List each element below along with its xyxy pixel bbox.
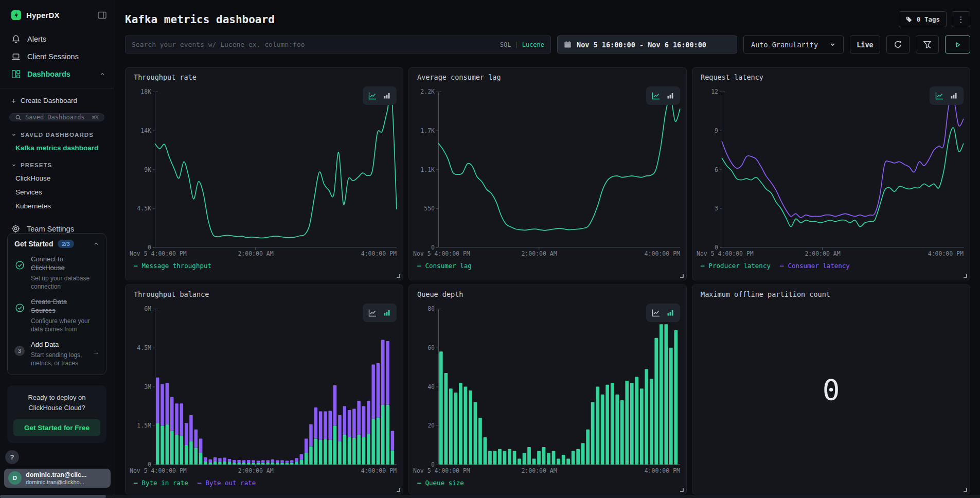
live-button[interactable]: Live	[850, 35, 880, 54]
section-label: PRESETS	[21, 162, 52, 168]
legend-item[interactable]: —Byte out rate	[198, 479, 256, 487]
run-query-button[interactable]	[945, 35, 970, 54]
y-tick-label: 2.2K	[411, 88, 435, 95]
line-chart-toggle-icon[interactable]	[368, 309, 377, 317]
get-started-step-add-data[interactable]: 3 Add Data Start sending logs, metrics, …	[14, 341, 99, 367]
page-title: Kafka metrics dashboard	[125, 13, 275, 26]
chart-card-throughput-rate: Throughput rate 18K14K9K4.5K0 Nov 5 4:00…	[125, 67, 403, 280]
help-button[interactable]: ?	[5, 450, 19, 464]
shortcut-badge: ⌘K	[92, 114, 99, 121]
sidebar-item-team-settings[interactable]: Team Settings	[0, 224, 114, 233]
resize-handle[interactable]	[964, 488, 967, 492]
bar-chart-toggle-icon[interactable]	[666, 92, 674, 100]
x-tick-label: Nov 5 4:00:00 PM	[697, 250, 754, 257]
sidebar-item-client-sessions[interactable]: Client Sessions	[0, 48, 114, 65]
chart-type-toggle	[363, 304, 397, 322]
x-tick-label: 4:00:00 PM	[361, 467, 397, 474]
x-tick-label: Nov 5 4:00:00 PM	[413, 250, 470, 257]
y-tick-label: 12	[694, 88, 718, 95]
chart-plot	[438, 92, 680, 247]
date-range-picker[interactable]: Nov 5 16:00:00 - Nov 6 16:00:00	[557, 35, 737, 54]
bar-series	[439, 324, 678, 465]
sidebar-item-alerts[interactable]: Alerts	[0, 30, 114, 48]
saved-dashboards-search[interactable]: ⌘K	[9, 113, 104, 121]
axis	[722, 92, 964, 247]
bar-series	[156, 340, 394, 465]
resize-handle[interactable]	[964, 274, 967, 278]
saved-dashboards-input[interactable]	[25, 114, 88, 121]
chart-plot	[722, 92, 964, 247]
presets-section[interactable]: PRESETS	[0, 152, 114, 168]
horizontal-scrollbar[interactable]	[0, 495, 980, 498]
saved-dashboards-section[interactable]: SAVED DASHBOARDS	[0, 121, 114, 138]
sidebar-item-label: Dashboards	[27, 70, 70, 78]
resize-handle[interactable]	[397, 488, 400, 492]
y-tick-label: 6	[694, 166, 718, 173]
chart-type-toggle	[646, 304, 680, 322]
app-root: HyperDX Alerts Client Sessions Dashboard…	[0, 0, 980, 498]
x-tick-label: Nov 5 4:00:00 PM	[413, 467, 470, 474]
sidebar-item-clickhouse[interactable]: ClickHouse	[0, 168, 114, 182]
event-search-input[interactable]	[132, 41, 495, 48]
sidebar-item-services[interactable]: Services	[0, 182, 114, 196]
more-options-button[interactable]: ⋮	[952, 11, 970, 27]
axis	[439, 92, 681, 247]
line-chart-toggle-icon[interactable]	[935, 92, 943, 100]
x-tick-label: 4:00:00 PM	[928, 250, 964, 257]
legend-item[interactable]: —Consumer lag	[417, 262, 472, 270]
calendar-icon	[564, 41, 572, 48]
bell-icon	[11, 34, 21, 44]
get-started-free-button[interactable]: Get Started for Free	[13, 419, 100, 436]
resize-handle[interactable]	[397, 274, 400, 278]
get-started-step-sources[interactable]: Create Data Sources Configure where your…	[14, 298, 99, 333]
bar-chart-toggle-icon[interactable]	[383, 309, 391, 317]
y-tick-label: 3	[694, 205, 718, 212]
scrollbar-thumb[interactable]	[0, 495, 106, 498]
x-tick-label: Nov 5 4:00:00 PM	[130, 250, 187, 257]
granularity-select[interactable]: Auto Granularity	[743, 35, 844, 54]
y-tick-label: 40	[411, 383, 435, 390]
step-desc: Configure where your data comes from	[31, 317, 92, 333]
promo-text: Ready to deploy on ClickHouse Cloud?	[13, 393, 100, 413]
line-chart-toggle-icon[interactable]	[652, 92, 660, 100]
chart-card-max-offline-partition-count: Maximum offline partition count 0	[692, 284, 970, 494]
legend-item[interactable]: —Producer latency	[701, 262, 771, 270]
y-tick-label: 1.5M	[128, 422, 151, 429]
event-search-bar[interactable]: SQL|Lucene	[125, 35, 551, 54]
legend-item[interactable]: —Message throughput	[134, 262, 211, 270]
legend-item[interactable]: —Byte in rate	[134, 479, 188, 487]
user-email: dominic.tran@clickho...	[26, 479, 86, 485]
lucene-mode-toggle[interactable]: Lucene	[522, 41, 544, 48]
line-series	[722, 128, 964, 227]
get-started-header[interactable]: Get Started 2/3	[14, 240, 99, 248]
resize-handle[interactable]	[680, 488, 684, 492]
filter-button[interactable]	[916, 35, 939, 54]
refresh-button[interactable]	[886, 35, 910, 54]
user-menu[interactable]: D dominic.tran@clic... dominic.tran@clic…	[4, 469, 111, 488]
tags-button[interactable]: 0 Tags	[899, 11, 947, 27]
resize-handle[interactable]	[680, 274, 684, 278]
get-started-step-connect[interactable]: Connect to ClickHouse Set up your databa…	[14, 255, 99, 291]
create-dashboard-label: Create Dashboard	[21, 97, 77, 104]
legend-item[interactable]: —Queue size	[417, 479, 464, 487]
bar-chart-toggle-icon[interactable]	[666, 309, 674, 317]
sidebar-item-dashboards[interactable]: Dashboards	[0, 65, 114, 83]
legend-item[interactable]: —Consumer latency	[780, 262, 850, 270]
check-circle-icon	[14, 303, 25, 313]
bar-chart-toggle-icon[interactable]	[950, 92, 958, 100]
arrow-right-icon[interactable]: →	[92, 348, 99, 356]
progress-badge: 2/3	[58, 240, 74, 248]
bar-chart-toggle-icon[interactable]	[383, 92, 391, 100]
sidebar-item-kubernetes[interactable]: Kubernetes	[0, 196, 114, 210]
chevron-down-icon	[11, 163, 16, 168]
chevron-up-icon[interactable]	[93, 241, 99, 247]
line-chart-toggle-icon[interactable]	[652, 309, 660, 317]
collapse-sidebar-icon[interactable]	[98, 11, 106, 19]
create-dashboard-button[interactable]: + Create Dashboard	[0, 88, 114, 107]
line-chart-toggle-icon[interactable]	[368, 92, 377, 100]
laptop-icon	[11, 52, 21, 61]
sidebar-header: HyperDX	[0, 0, 114, 26]
sidebar-item-kafka-dashboard[interactable]: Kafka metrics dashboard	[0, 138, 114, 152]
sql-mode-toggle[interactable]: SQL	[500, 41, 511, 48]
y-tick-label: 6M	[128, 305, 151, 312]
